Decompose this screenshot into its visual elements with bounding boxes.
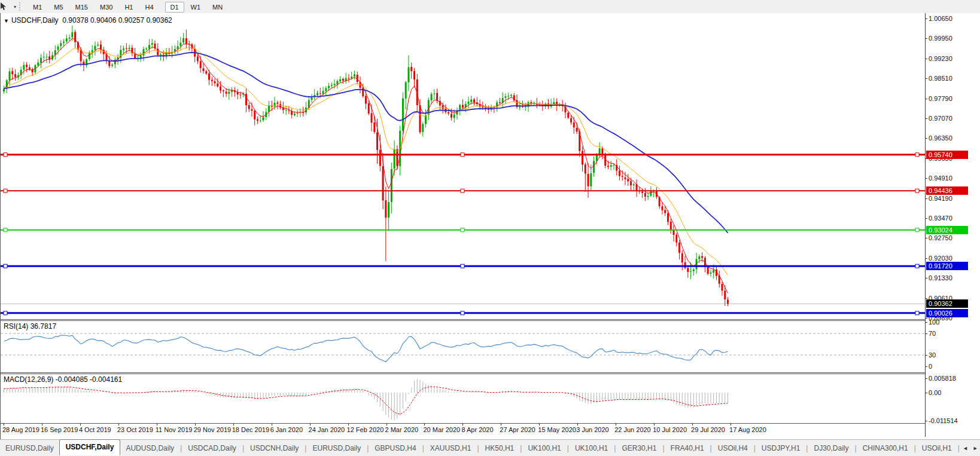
- line-handle[interactable]: [915, 189, 919, 192]
- chart-tab-usoil-h1[interactable]: USOil,H1: [917, 442, 957, 455]
- timeframe-button-h1[interactable]: H1: [119, 2, 138, 13]
- chevron-down-icon[interactable]: ▾: [14, 4, 16, 10]
- candle-up: [710, 273, 711, 274]
- line-handle[interactable]: [915, 264, 919, 268]
- timeframe-button-m30[interactable]: M30: [95, 2, 118, 13]
- chart-tab-hk50-h1[interactable]: HK50,H1: [480, 442, 520, 455]
- line-handle[interactable]: [461, 153, 464, 157]
- candle-down: [522, 106, 524, 107]
- timeframe-button-m15[interactable]: M15: [70, 2, 93, 13]
- candle-up: [322, 91, 324, 94]
- candle-up: [57, 47, 59, 50]
- chart-tab-china300-h1[interactable]: CHINA300,H1: [857, 442, 914, 455]
- chart-tab-usdcad-daily[interactable]: USDCAD,Daily: [182, 442, 242, 455]
- candle-down: [248, 105, 250, 109]
- chart-tab-usdchf-daily[interactable]: USDCHF,Daily: [59, 439, 121, 455]
- line-handle[interactable]: [4, 153, 7, 157]
- candle-down: [373, 123, 375, 132]
- date-tick-mark: [233, 423, 234, 426]
- candle-down: [131, 48, 133, 53]
- line-handle[interactable]: [4, 189, 7, 192]
- chart-tab-eurusd-daily[interactable]: EURUSD,Daily: [307, 442, 366, 455]
- line-handle[interactable]: [915, 228, 919, 232]
- toolbar-grip[interactable]: [19, 2, 24, 11]
- pane-separator[interactable]: [1, 372, 925, 373]
- price-tick-label: 0.99230: [929, 55, 952, 62]
- chart-tab-dj30-daily[interactable]: DJ30,Daily: [808, 442, 854, 455]
- date-tick-label: 18 Dec 2019: [232, 426, 269, 433]
- line-handle[interactable]: [461, 311, 464, 315]
- chart-tab-fra40-h1[interactable]: FRA40,H1: [665, 442, 710, 455]
- candle-down: [707, 267, 709, 274]
- candle-down: [379, 150, 381, 166]
- timeframe-button-m5[interactable]: M5: [48, 2, 68, 13]
- ohlc-values: 0.90378 0.90406 0.90257 0.90362: [62, 16, 172, 25]
- chart-tab-uk100-h1[interactable]: UK100,H1: [522, 442, 566, 455]
- timeframe-button-m1[interactable]: M1: [28, 2, 47, 13]
- chart-tab-audusd-daily[interactable]: AUDUSD,Daily: [120, 442, 179, 455]
- chart-tab-eurusd-daily[interactable]: EURUSD,Daily: [0, 442, 59, 455]
- chart-tab-xauusd-h1[interactable]: XAUUSD,H1: [425, 442, 477, 455]
- date-tick-mark: [42, 423, 42, 426]
- timeframe-button-h4[interactable]: H4: [139, 2, 159, 13]
- candle-up: [9, 71, 11, 80]
- timeframe-button-mn[interactable]: MN: [207, 2, 228, 13]
- candle-down: [570, 118, 572, 123]
- line-handle[interactable]: [4, 228, 7, 232]
- price-tick-label: 0.97070: [929, 115, 952, 122]
- candle-up: [89, 53, 90, 59]
- chart-tab-ger30-h1[interactable]: GER30,H1: [616, 442, 662, 455]
- date-tick-label: 6 Jan 2020: [270, 426, 303, 433]
- axis-tick-mark: [925, 198, 927, 199]
- line-handle[interactable]: [461, 264, 464, 268]
- line-handle[interactable]: [461, 228, 464, 232]
- macd-scale-label: 0.005818: [929, 375, 956, 382]
- candlestick-chart[interactable]: [1, 13, 925, 319]
- candle-down: [585, 164, 586, 173]
- line-handle[interactable]: [461, 189, 464, 192]
- line-handle[interactable]: [915, 153, 919, 157]
- line-handle[interactable]: [4, 264, 7, 268]
- date-tick-mark: [80, 423, 81, 426]
- timeframe-button-w1[interactable]: W1: [185, 2, 206, 13]
- collapse-triangle-icon[interactable]: ▼: [4, 18, 9, 24]
- date-tick-mark: [616, 423, 616, 426]
- rsi-scale-label: 70: [929, 330, 936, 337]
- macd-indicator-pane[interactable]: [1, 374, 925, 423]
- line-handle[interactable]: [915, 311, 919, 315]
- candle-down: [14, 74, 16, 77]
- candle-up: [294, 114, 296, 115]
- chart-tab-gbpusd-h4[interactable]: GBPUSD,H4: [369, 442, 421, 455]
- chart-tab-usdjpy-h1[interactable]: USDJPY,H1: [756, 442, 805, 455]
- pane-separator[interactable]: [1, 320, 925, 321]
- candle-down: [451, 114, 452, 117]
- rsi-indicator-pane[interactable]: [1, 320, 925, 372]
- candle-down: [208, 74, 210, 80]
- pane-separator[interactable]: [1, 374, 925, 374]
- level-price-badge: 0.90026: [926, 309, 968, 317]
- candle-down: [442, 105, 444, 109]
- candle-down: [413, 71, 415, 79]
- timeframe-button-d1[interactable]: D1: [165, 2, 184, 13]
- candle-down: [582, 151, 583, 165]
- candle-down: [205, 71, 207, 74]
- axis-tick-mark: [925, 78, 927, 79]
- tab-scroll-left-icon[interactable]: ◄: [960, 445, 970, 451]
- cursor-tool-button[interactable]: [2, 1, 14, 12]
- candle-down: [622, 176, 623, 177]
- candle-up: [698, 256, 700, 259]
- pane-separator[interactable]: [1, 319, 925, 320]
- candle-down: [126, 48, 127, 49]
- candle-down: [588, 174, 589, 186]
- candle-down: [288, 111, 290, 111]
- date-tick-mark: [157, 423, 157, 426]
- tab-scroll-right-icon[interactable]: ►: [970, 445, 980, 451]
- chart-tab-uk100-h1[interactable]: UK100,H1: [570, 442, 613, 455]
- chart-tab-usoil-h4[interactable]: USOil,H4: [713, 442, 753, 455]
- candle-up: [63, 42, 65, 43]
- candle-down: [396, 149, 398, 166]
- date-tick-label: 2 Mar 2020: [385, 426, 419, 433]
- line-handle[interactable]: [4, 311, 7, 315]
- chart-tab-usdcnh-daily[interactable]: USDCNH,Daily: [245, 442, 304, 455]
- chart-window: ▼USDCHF,Daily 0.90378 0.90406 0.90257 0.…: [0, 13, 980, 439]
